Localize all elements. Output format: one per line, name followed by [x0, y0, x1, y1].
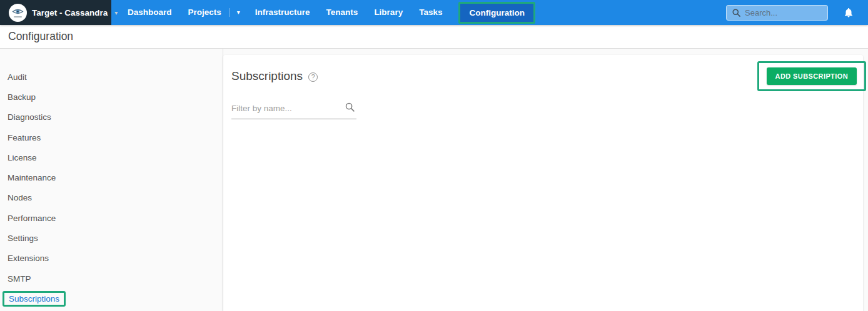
main-content-area: Subscriptions ? ADD SUBSCRIPTION: [223, 49, 868, 311]
bell-icon: [843, 7, 854, 18]
filter-by-name-input[interactable]: [231, 104, 339, 113]
annotation-box-add-subscription: ADD SUBSCRIPTION: [757, 61, 866, 91]
notifications-button[interactable]: [843, 7, 854, 18]
add-subscription-button[interactable]: ADD SUBSCRIPTION: [767, 67, 857, 85]
logo-wordmark: [14, 16, 22, 17]
page-body: Audit Backup Diagnostics Features Licens…: [0, 49, 868, 311]
sidebar-item-backup[interactable]: Backup: [0, 87, 223, 107]
eye-icon: [12, 7, 24, 16]
global-search-input[interactable]: [745, 8, 822, 17]
search-icon: [345, 102, 355, 112]
cassandra-eye-logo-icon: [9, 4, 27, 22]
primary-nav: Dashboard Projects ▾ Infrastructure Tena…: [119, 0, 450, 25]
top-navigation-bar: Target - Cassandra ▾ Dashboard Projects …: [0, 0, 868, 25]
chevron-down-icon: ▾: [114, 9, 118, 16]
nav-item-tenants[interactable]: Tenants: [318, 0, 366, 25]
sidebar-item-settings[interactable]: Settings: [0, 228, 223, 248]
nav-item-tasks[interactable]: Tasks: [411, 0, 450, 25]
sidebar-item-diagnostics[interactable]: Diagnostics: [0, 107, 223, 127]
sidebar-item-maintenance[interactable]: Maintenance: [0, 167, 223, 187]
help-icon[interactable]: ?: [308, 72, 318, 82]
global-search-box: [726, 5, 828, 21]
nav-item-infrastructure[interactable]: Infrastructure: [247, 0, 318, 25]
nav-item-projects[interactable]: Projects: [180, 0, 230, 25]
subscriptions-card: Subscriptions ?: [223, 55, 863, 311]
filter-field: [231, 102, 356, 119]
sidebar-item-subscriptions-row: Subscriptions: [0, 289, 223, 309]
brand-label: Target - Cassandra: [32, 8, 108, 17]
subscriptions-heading: Subscriptions: [231, 69, 303, 83]
filter-search-icon-wrap: [345, 102, 355, 115]
sidebar-item-license[interactable]: License: [0, 147, 223, 167]
search-icon: [732, 8, 741, 17]
sidebar-item-smtp[interactable]: SMTP: [0, 269, 223, 289]
sidebar-item-audit[interactable]: Audit: [0, 67, 223, 87]
sidebar-item-nodes[interactable]: Nodes: [0, 188, 223, 208]
annotation-box-configuration: Configuration: [458, 2, 535, 24]
projects-dropdown-caret-icon[interactable]: ▾: [230, 0, 247, 25]
sidebar-item-subscriptions[interactable]: Subscriptions: [9, 294, 59, 304]
sidebar-item-performance[interactable]: Performance: [0, 208, 223, 228]
page-title: Configuration: [8, 30, 73, 43]
sidebar-item-extensions[interactable]: Extensions: [0, 249, 223, 269]
page-header: Configuration: [0, 25, 868, 49]
brand-menu[interactable]: Target - Cassandra ▾: [0, 0, 111, 25]
nav-item-library[interactable]: Library: [366, 0, 411, 25]
nav-item-configuration[interactable]: Configuration: [460, 4, 533, 22]
nav-item-dashboard[interactable]: Dashboard: [119, 0, 180, 25]
annotation-box-subscriptions: Subscriptions: [3, 291, 66, 307]
configuration-sidebar: Audit Backup Diagnostics Features Licens…: [0, 49, 223, 311]
topbar-right-tools: [726, 0, 868, 25]
sidebar-item-features[interactable]: Features: [0, 127, 223, 147]
